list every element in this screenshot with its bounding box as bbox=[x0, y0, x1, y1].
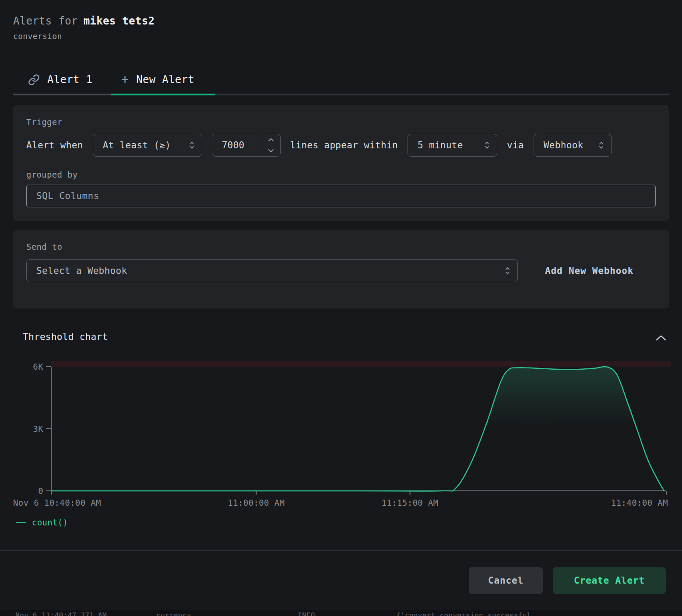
background-log-row: Nov 6 11:40:47.371 AM currency INFO {'co… bbox=[0, 610, 682, 616]
tab-underline-active bbox=[111, 94, 215, 95]
tab-new-alert-label: New Alert bbox=[136, 74, 194, 86]
chevron-up-icon bbox=[268, 138, 274, 142]
trigger-panel: Trigger Alert when At least (≥) 7000 lin… bbox=[13, 105, 669, 221]
tab-alert-1[interactable]: Alert 1 bbox=[28, 66, 92, 94]
chevron-down-icon bbox=[268, 149, 274, 153]
sql-columns-input[interactable] bbox=[26, 185, 656, 207]
alert-when-text: Alert when bbox=[26, 140, 83, 150]
threshold-stepper bbox=[262, 134, 280, 156]
updown-chevron-icon bbox=[598, 140, 604, 150]
series-area bbox=[51, 367, 664, 491]
webhook-placeholder: Select a Webhook bbox=[36, 266, 127, 276]
create-alert-button[interactable]: Create Alert bbox=[553, 567, 666, 594]
tab-underline-alert1 bbox=[13, 94, 111, 95]
comparator-value: At least (≥) bbox=[103, 140, 171, 150]
updown-chevron-icon bbox=[189, 140, 195, 150]
threshold-chart: 03K6KNov 6 10:40:00 AM11:00:00 AM11:15:0… bbox=[13, 360, 669, 511]
chart-legend[interactable]: count() bbox=[16, 518, 68, 527]
log-level: INFO bbox=[298, 611, 315, 616]
y-tick-label: 0 bbox=[38, 486, 43, 496]
webhook-select[interactable]: Select a Webhook bbox=[26, 259, 518, 282]
via-text: via bbox=[507, 140, 524, 150]
add-webhook-button[interactable]: Add New Webhook bbox=[545, 266, 633, 276]
link-icon bbox=[28, 74, 40, 86]
legend-label: count() bbox=[32, 518, 68, 527]
alert-modal: { "header": { "title_prefix": "Alerts fo… bbox=[0, 0, 682, 616]
page-title: Alerts formikes tets2 bbox=[13, 15, 155, 27]
cancel-button[interactable]: Cancel bbox=[469, 567, 543, 594]
plus-icon: + bbox=[121, 74, 129, 86]
x-tick-label: 11:40:00 AM bbox=[611, 498, 668, 508]
collapse-chart-button[interactable] bbox=[653, 332, 669, 344]
stepper-down-button[interactable] bbox=[262, 145, 280, 156]
stepper-up-button[interactable] bbox=[262, 134, 280, 145]
y-tick-label: 3K bbox=[33, 424, 43, 434]
alert-tabbar: Alert 1 + New Alert bbox=[13, 66, 669, 95]
y-tick-label: 6K bbox=[33, 362, 43, 371]
log-dataset: currency bbox=[156, 611, 191, 616]
legend-dash bbox=[16, 522, 26, 523]
collapse-chevron-up-icon bbox=[655, 335, 667, 341]
window-value: 5 minute bbox=[418, 140, 463, 150]
channel-select[interactable]: Webhook bbox=[534, 134, 612, 157]
grouped-by-label: grouped by bbox=[26, 170, 656, 179]
trigger-row: Alert when At least (≥) 7000 lines appea… bbox=[26, 134, 656, 157]
comparator-select[interactable]: At least (≥) bbox=[93, 134, 202, 157]
send-to-panel: Send to Select a Webhook Add New Webhook bbox=[13, 230, 669, 308]
header: Alerts formikes tets2 conversion bbox=[13, 15, 155, 41]
threshold-band bbox=[51, 361, 671, 367]
chart-title: Threshold chart bbox=[23, 332, 108, 342]
footer: Cancel Create Alert bbox=[0, 550, 682, 610]
lines-appear-text: lines appear within bbox=[290, 140, 398, 150]
tab-alert-1-label: Alert 1 bbox=[47, 74, 92, 86]
x-tick-label: 11:00:00 AM bbox=[228, 498, 285, 508]
updown-chevron-icon bbox=[484, 140, 490, 150]
tab-new-alert[interactable]: + New Alert bbox=[121, 66, 194, 94]
threshold-input[interactable]: 7000 bbox=[212, 134, 281, 157]
send-to-row: Select a Webhook Add New Webhook bbox=[26, 259, 656, 282]
window-select[interactable]: 5 minute bbox=[408, 134, 497, 157]
threshold-value: 7000 bbox=[212, 134, 262, 156]
channel-value: Webhook bbox=[544, 140, 584, 150]
dataset-subtitle: conversion bbox=[13, 32, 155, 41]
updown-chevron-icon bbox=[505, 266, 510, 276]
trigger-section-label: Trigger bbox=[26, 117, 656, 127]
title-prefix: Alerts for bbox=[13, 15, 78, 27]
x-tick-label: 11:15:00 AM bbox=[382, 498, 439, 508]
log-timestamp: Nov 6 11:40:47.371 AM bbox=[15, 611, 107, 616]
send-to-label: Send to bbox=[26, 242, 656, 252]
log-message: {'convert conversion successful bbox=[396, 611, 531, 616]
dataset-name: mikes tets2 bbox=[84, 15, 155, 27]
x-tick-label: Nov 6 10:40:00 AM bbox=[13, 498, 101, 508]
